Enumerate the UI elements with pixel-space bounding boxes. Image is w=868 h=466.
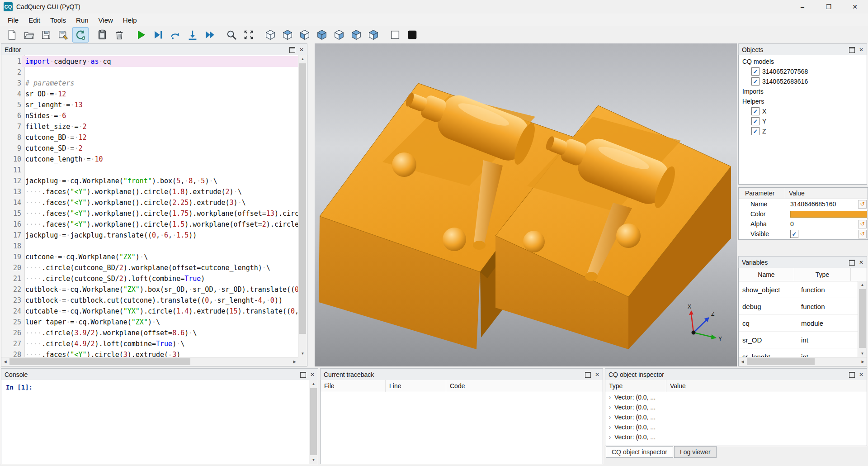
shaded-mode-button[interactable] xyxy=(404,27,420,43)
close-button[interactable]: ✕ xyxy=(842,0,868,14)
scroll-down-icon[interactable] xyxy=(298,350,307,357)
scroll-up-icon[interactable] xyxy=(858,281,867,289)
code-line[interactable] xyxy=(22,67,298,78)
code-line[interactable]: cutblock·=·cq.Workplane("ZX").box(sr_OD,… xyxy=(22,284,298,295)
menu-tools[interactable]: Tools xyxy=(45,14,71,26)
close-panel-icon[interactable] xyxy=(310,372,315,377)
inspector-row[interactable]: Vector: (0.0, ... xyxy=(605,422,867,432)
code-line[interactable]: ····.faces("<Y").workplane().circle(2.25… xyxy=(22,197,298,208)
view-right-button[interactable] xyxy=(365,27,382,43)
tree-item-helpers[interactable]: Helpers xyxy=(739,96,867,106)
checkbox[interactable] xyxy=(751,117,760,125)
color-swatch[interactable] xyxy=(790,211,867,218)
editor-vertical-scrollbar[interactable] xyxy=(298,55,307,357)
float-panel-icon[interactable] xyxy=(849,372,855,378)
code-line[interactable]: ····.faces("<Y").workplane().circle(1.5)… xyxy=(22,219,298,230)
tree-item-z[interactable]: Z xyxy=(739,126,867,136)
scroll-thumb[interactable] xyxy=(299,63,306,334)
checkbox[interactable] xyxy=(790,230,798,238)
tree-item-cq-models[interactable]: CQ models xyxy=(739,57,867,67)
scroll-left-icon[interactable] xyxy=(1,357,9,366)
tree-item-x[interactable]: X xyxy=(739,106,867,116)
code-line[interactable]: cutcone_length·=·10 xyxy=(22,154,298,165)
autoreload-button[interactable] xyxy=(72,27,89,43)
maximize-button[interactable]: ❐ xyxy=(816,0,842,14)
code-line[interactable]: cutblock·=·cutblock.cut(cutcone).transla… xyxy=(22,295,298,306)
code-line[interactable]: # parameters xyxy=(22,78,298,89)
code-line[interactable] xyxy=(22,165,298,176)
expand-chevron-icon[interactable] xyxy=(605,394,614,401)
code-line[interactable]: import·cadquery·as·cq xyxy=(22,56,298,67)
inspector-row[interactable]: Vector: (0.0, ... xyxy=(605,402,867,412)
console-body[interactable]: In [1]: xyxy=(1,380,318,464)
close-panel-icon[interactable] xyxy=(859,260,863,265)
code-line[interactable]: ····.faces("<Y").circle(3).extrude(-3) xyxy=(22,349,298,357)
continue-button[interactable] xyxy=(202,27,218,43)
code-line[interactable]: jackplug·=·cq.Workplane("front").box(5,·… xyxy=(22,176,298,186)
variables-horizontal-scrollbar[interactable] xyxy=(739,357,867,366)
variable-row-sr_OD[interactable]: sr_ODint12 xyxy=(739,332,867,348)
code-line[interactable]: fillet_size·=·2 xyxy=(22,121,298,132)
float-panel-icon[interactable] xyxy=(849,260,855,266)
code-line[interactable]: cutcable·=·cq.Workplane("YX").circle(1.4… xyxy=(22,306,298,317)
view-top-button[interactable] xyxy=(279,27,296,43)
code-line[interactable]: cutcone_BD·=·12 xyxy=(22,132,298,143)
menu-help[interactable]: Help xyxy=(118,14,142,26)
inspector-row[interactable]: Vector: (0.0, ... xyxy=(605,412,867,422)
view-iso-button[interactable] xyxy=(262,27,278,43)
close-panel-icon[interactable] xyxy=(859,372,863,377)
expand-chevron-icon[interactable] xyxy=(605,423,614,431)
code-line[interactable]: ····.circle(4.9/2).loft(combine=True)·\ xyxy=(22,338,298,349)
fit-view-button[interactable] xyxy=(241,27,257,43)
float-panel-icon[interactable] xyxy=(585,372,591,378)
code-line[interactable]: ····.faces("<Y").workplane().circle(1.75… xyxy=(22,208,298,219)
tree-item-y[interactable]: Y xyxy=(739,116,867,126)
scroll-thumb[interactable] xyxy=(747,358,815,365)
checkbox[interactable] xyxy=(751,127,760,135)
variable-row-show_object[interactable]: show_objectfunction<f xyxy=(739,281,867,298)
scroll-right-icon[interactable] xyxy=(859,357,867,366)
close-panel-icon[interactable] xyxy=(299,47,304,52)
reset-button[interactable] xyxy=(858,200,867,209)
code-line[interactable]: luer_taper·=·cq.Workplane("ZX")·\ xyxy=(22,317,298,328)
close-panel-icon[interactable] xyxy=(595,372,599,377)
paste-button[interactable] xyxy=(94,27,110,43)
code-line[interactable]: sr_lenght·=·13 xyxy=(22,100,298,110)
float-panel-icon[interactable] xyxy=(849,47,855,53)
code-line[interactable] xyxy=(22,241,298,252)
step-button[interactable] xyxy=(167,27,184,43)
scroll-up-icon[interactable] xyxy=(298,55,307,63)
menu-view[interactable]: View xyxy=(94,14,118,26)
tab-log-viewer[interactable]: Log viewer xyxy=(674,446,717,458)
view-front-button[interactable] xyxy=(331,27,347,43)
view-shaded-button[interactable] xyxy=(314,27,330,43)
code-line[interactable]: cutcone_SD·=·2 xyxy=(22,143,298,154)
close-panel-icon[interactable] xyxy=(859,47,863,52)
menu-run[interactable]: Run xyxy=(71,14,94,26)
float-panel-icon[interactable] xyxy=(289,47,295,53)
scroll-up-icon[interactable] xyxy=(309,380,318,388)
step-into-button[interactable] xyxy=(184,27,201,43)
code-line[interactable]: sr_OD·=·12 xyxy=(22,89,298,100)
float-panel-icon[interactable] xyxy=(300,372,306,378)
reset-button[interactable] xyxy=(858,230,867,238)
code-line[interactable]: nSides·=·6 xyxy=(22,110,298,121)
reset-button[interactable] xyxy=(858,220,867,228)
scroll-left-icon[interactable] xyxy=(739,357,746,366)
debug-button[interactable] xyxy=(150,27,166,43)
view-bottom-button[interactable] xyxy=(297,27,313,43)
new-script-button[interactable] xyxy=(4,27,20,43)
save-script-button[interactable] xyxy=(38,27,54,43)
tree-item-3140652707568[interactable]: 3140652707568 xyxy=(739,67,867,76)
3d-scene[interactable]: X Z Y xyxy=(315,43,737,366)
expand-chevron-icon[interactable] xyxy=(605,414,614,421)
tree-item-3140652683616[interactable]: 3140652683616 xyxy=(739,76,867,86)
editor-code-area[interactable]: import·cadquery·as·cq# parameterssr_OD·=… xyxy=(22,55,298,357)
inspector-row[interactable]: Vector: (0.0, ... xyxy=(605,432,867,442)
zoom-search-button[interactable] xyxy=(223,27,240,43)
console-vertical-scrollbar[interactable] xyxy=(309,380,318,464)
menu-edit[interactable]: Edit xyxy=(24,14,45,26)
scroll-right-icon[interactable] xyxy=(291,357,298,366)
wireframe-mode-button[interactable] xyxy=(387,27,403,43)
checkbox[interactable] xyxy=(751,67,760,76)
